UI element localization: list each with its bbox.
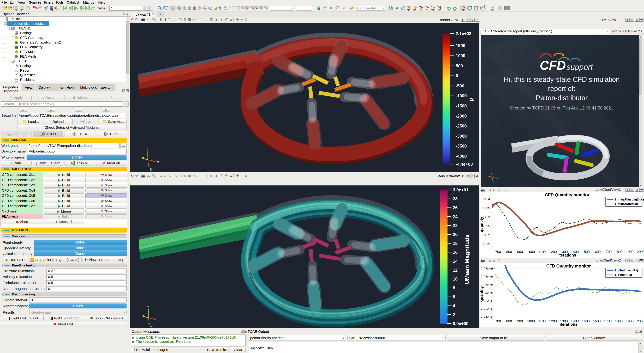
svg-text:2.21e+6: 2.21e+6 <box>480 315 493 319</box>
svg-text:Y: Y <box>147 305 149 309</box>
svg-text:0: 0 <box>456 73 458 78</box>
svg-text:56.2: 56.2 <box>483 233 490 237</box>
svg-text:1200: 1200 <box>549 319 557 323</box>
svg-text:report of:: report of: <box>548 85 576 92</box>
svg-text:-2000: -2000 <box>456 114 467 118</box>
svg-text:iterations: iterations <box>558 253 576 257</box>
svg-text:Pelton-distributor: Pelton-distributor <box>536 94 588 102</box>
svg-text:Y: Y <box>491 172 492 174</box>
svg-text:1700: 1700 <box>604 319 612 323</box>
svg-text:2: 2 <box>453 312 455 317</box>
svg-text:1100: 1100 <box>538 319 546 323</box>
svg-text:quantity: quantity <box>480 286 484 302</box>
svg-text:1100: 1100 <box>538 250 546 254</box>
svg-text:1500: 1500 <box>456 43 465 48</box>
svg-text:16: 16 <box>453 250 458 255</box>
svg-text:Z: Z <box>150 168 152 171</box>
svg-text:CFD: CFD <box>540 58 566 72</box>
svg-text:56.3: 56.3 <box>483 215 490 219</box>
svg-text:26: 26 <box>453 205 458 210</box>
svg-text:900: 900 <box>517 250 523 254</box>
svg-text:4: 4 <box>453 303 455 308</box>
svg-text:support: support <box>566 62 593 71</box>
svg-text:56.4: 56.4 <box>483 197 490 201</box>
svg-text:1200: 1200 <box>549 250 557 254</box>
svg-text:1500: 1500 <box>582 319 590 323</box>
svg-text:1800: 1800 <box>615 250 623 254</box>
svg-text:1_pTotIn(Pa): 1_pTotIn(Pa) <box>614 273 632 276</box>
svg-text:10: 10 <box>453 277 458 281</box>
svg-text:-X: -X <box>412 5 414 8</box>
svg-text:Z: Z <box>150 326 152 328</box>
svg-text:2000: 2000 <box>637 319 644 323</box>
svg-text:700: 700 <box>495 319 501 323</box>
svg-text:-90: -90 <box>454 9 457 11</box>
svg-text:700: 700 <box>495 250 501 254</box>
svg-text:X: X <box>497 177 498 180</box>
svg-text:0.0e+00: 0.0e+00 <box>453 321 468 326</box>
svg-text:1900: 1900 <box>626 250 634 254</box>
svg-text:900: 900 <box>517 319 523 323</box>
svg-text:Y: Y <box>146 147 148 151</box>
svg-text:1_magUOut(m/s): 1_magUOut(m/s) <box>614 202 638 205</box>
svg-text:2.26e+6: 2.26e+6 <box>480 275 493 279</box>
svg-text:1700: 1700 <box>604 250 612 254</box>
svg-text:2.1e+03: 2.1e+03 <box>456 31 471 36</box>
svg-text:12: 12 <box>453 268 458 273</box>
svg-text:2.25e+6: 2.25e+6 <box>480 283 493 287</box>
svg-text:p: p <box>468 98 474 101</box>
svg-text:1000: 1000 <box>527 250 535 254</box>
svg-text:18: 18 <box>453 241 458 246</box>
svg-text:28: 28 <box>453 196 458 201</box>
svg-text:quantity: quantity <box>480 217 484 232</box>
svg-text:6: 6 <box>453 294 455 299</box>
svg-text:1_pTotIn-avg(Pa): 1_pTotIn-avg(Pa) <box>614 269 638 272</box>
svg-text:-4000: -4000 <box>456 154 467 158</box>
svg-text:8: 8 <box>453 286 455 290</box>
svg-text:-Y: -Y <box>425 5 427 8</box>
svg-text:500: 500 <box>456 63 463 68</box>
svg-text:CFD Quantity monitor: CFD Quantity monitor <box>545 192 590 197</box>
svg-text:X: X <box>157 160 159 164</box>
svg-text:800: 800 <box>506 319 512 323</box>
svg-text:UMean Magnitude: UMean Magnitude <box>464 234 470 284</box>
svg-text:-3500: -3500 <box>456 144 467 148</box>
svg-text:2.27e+6: 2.27e+6 <box>480 267 493 271</box>
svg-text:Hi, this is steady-state CFD s: Hi, this is steady-state CFD simulation <box>504 75 620 83</box>
svg-text:20: 20 <box>453 232 458 237</box>
svg-text:1000: 1000 <box>527 319 535 323</box>
svg-text:1000: 1000 <box>456 53 465 58</box>
svg-text:56.15: 56.15 <box>482 242 490 246</box>
svg-text:1600: 1600 <box>593 250 601 254</box>
svg-text:+90: +90 <box>446 9 450 11</box>
svg-text:Created by TCFD 21.09 on Thu A: Created by TCFD 21.09 on Thu Aug 12 09:4… <box>510 106 613 110</box>
svg-text:56.35: 56.35 <box>482 206 490 210</box>
svg-text:-1000: -1000 <box>456 93 467 98</box>
svg-text:-Z: -Z <box>437 5 439 8</box>
svg-text:800: 800 <box>506 250 512 254</box>
svg-text:1900: 1900 <box>626 319 634 323</box>
svg-text:X: X <box>158 318 160 322</box>
svg-text:22: 22 <box>453 223 458 228</box>
svg-text:-3000: -3000 <box>456 134 467 138</box>
svg-text:iterations: iterations <box>560 322 578 327</box>
svg-text:2000: 2000 <box>637 250 644 254</box>
svg-text:-4.4e+03: -4.4e+03 <box>456 162 473 167</box>
svg-text:1800: 1800 <box>615 319 623 323</box>
svg-text:-500: -500 <box>456 83 464 88</box>
svg-text:14: 14 <box>453 259 458 264</box>
svg-text:1_magUOut-avg(m/s): 1_magUOut-avg(m/s) <box>614 198 644 201</box>
svg-text:1500: 1500 <box>582 250 590 254</box>
svg-text:-2500: -2500 <box>456 124 467 128</box>
svg-text:3.0e+01: 3.0e+01 <box>453 187 468 192</box>
svg-text:24: 24 <box>453 214 458 219</box>
svg-text:2.22e+6: 2.22e+6 <box>480 307 493 311</box>
svg-text:Z: Z <box>493 181 494 184</box>
svg-text:-1500: -1500 <box>456 103 467 108</box>
svg-text:CFD Quantity monitor: CFD Quantity monitor <box>546 264 591 268</box>
svg-text:1600: 1600 <box>593 319 601 323</box>
